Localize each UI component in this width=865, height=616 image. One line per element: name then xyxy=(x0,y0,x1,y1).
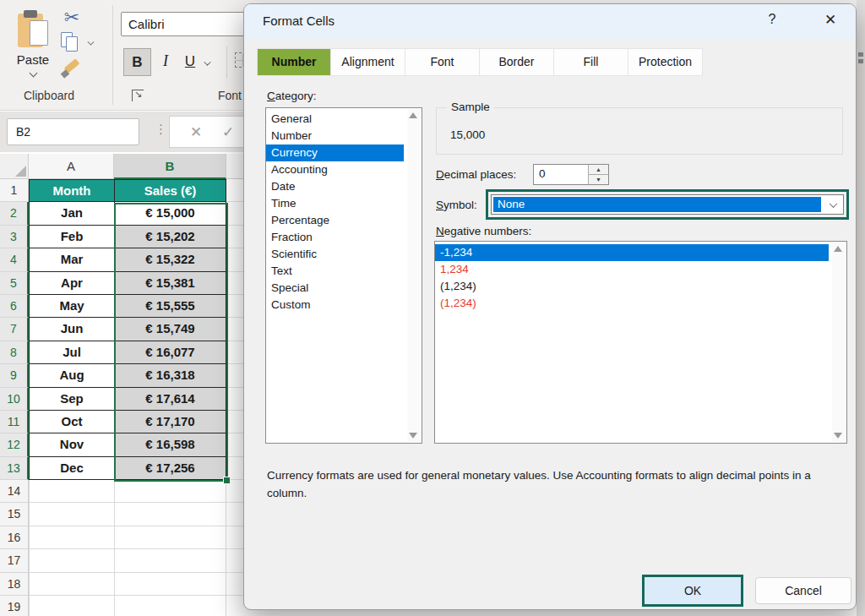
empty-cell[interactable] xyxy=(29,503,114,526)
row-header[interactable]: 5 xyxy=(0,272,29,295)
column-header-a[interactable]: A xyxy=(29,154,114,179)
negative-item-red[interactable]: 1,234 xyxy=(435,261,829,278)
cell-sales[interactable]: € 15,749 xyxy=(114,318,226,341)
tab-border[interactable]: Border xyxy=(480,48,554,76)
empty-cell[interactable] xyxy=(29,596,114,616)
cell-month[interactable]: Feb xyxy=(29,226,114,248)
row-header[interactable]: 13 xyxy=(0,457,29,480)
row-header[interactable]: 10 xyxy=(0,388,29,411)
select-all-corner[interactable] xyxy=(0,154,29,179)
tab-alignment[interactable]: Alignment xyxy=(331,48,405,76)
decimal-places-input[interactable]: 0 ▲▼ xyxy=(533,164,609,185)
cell-sales[interactable]: € 17,614 xyxy=(114,388,226,411)
row-header[interactable]: 18 xyxy=(0,573,29,596)
cancel-entry-icon[interactable]: ✕ xyxy=(190,123,202,141)
copy-button[interactable] xyxy=(61,32,81,52)
category-item-special[interactable]: Special xyxy=(266,280,404,297)
cell-a1-month-header[interactable]: Month xyxy=(29,179,114,202)
cell-sales[interactable]: € 15,322 xyxy=(114,248,226,271)
spinner-up-icon[interactable]: ▲ xyxy=(589,165,608,175)
cell-sales[interactable]: € 16,318 xyxy=(114,364,226,387)
tab-fill[interactable]: Fill xyxy=(554,48,628,76)
category-item-currency-selected[interactable]: Currency xyxy=(266,144,404,161)
underline-button[interactable]: U xyxy=(179,48,201,76)
empty-cell[interactable] xyxy=(114,573,226,596)
category-item-percentage[interactable]: Percentage xyxy=(266,212,404,229)
row-header[interactable]: 12 xyxy=(0,433,29,456)
category-item-custom[interactable]: Custom xyxy=(266,297,404,313)
symbol-combobox[interactable]: None xyxy=(491,194,844,215)
cell-month[interactable]: Nov xyxy=(29,433,114,456)
negative-scrollbar[interactable] xyxy=(832,243,846,442)
empty-cell[interactable] xyxy=(29,526,114,549)
paste-button[interactable]: Paste xyxy=(8,5,57,90)
empty-cell[interactable] xyxy=(114,526,226,549)
font-name-combobox[interactable]: Calibri xyxy=(121,12,248,36)
cell-month[interactable]: Jan xyxy=(29,202,114,225)
scroll-down-icon[interactable] xyxy=(834,433,842,439)
cell-month[interactable]: Oct xyxy=(29,411,114,433)
help-icon[interactable]: ? xyxy=(761,12,783,32)
dialog-title-bar[interactable]: Format Cells ? ✕ xyxy=(244,4,856,40)
cell-sales[interactable]: € 15,555 xyxy=(114,295,226,318)
category-item-fraction[interactable]: Fraction xyxy=(266,229,404,246)
cancel-button[interactable]: Cancel xyxy=(755,577,851,604)
row-header[interactable]: 3 xyxy=(0,226,29,248)
category-item-scientific[interactable]: Scientific xyxy=(266,246,404,263)
row-header[interactable]: 4 xyxy=(0,248,29,271)
cut-button[interactable]: ✂ xyxy=(57,7,86,29)
category-scrollbar[interactable] xyxy=(407,109,421,442)
scroll-up-icon[interactable] xyxy=(409,112,417,118)
cell-month[interactable]: May xyxy=(29,295,114,318)
row-header[interactable]: 15 xyxy=(0,503,29,526)
row-header[interactable]: 2 xyxy=(0,202,29,225)
empty-cell[interactable] xyxy=(114,503,226,526)
empty-cell[interactable] xyxy=(29,480,114,503)
category-item-time[interactable]: Time xyxy=(266,195,404,212)
name-box[interactable]: B2 xyxy=(7,118,139,145)
cell-b1-sales-header[interactable]: Sales (€) xyxy=(114,179,226,202)
cell-month[interactable]: Sep xyxy=(29,388,114,411)
cell-sales[interactable]: € 15,202 xyxy=(114,226,226,248)
row-header[interactable]: 6 xyxy=(0,295,29,318)
format-painter-button[interactable] xyxy=(63,61,81,79)
empty-cell[interactable] xyxy=(114,549,226,572)
column-header-b[interactable]: B xyxy=(114,154,226,179)
drag-handle-icon[interactable]: ⋮ xyxy=(155,122,167,137)
formula-input-area[interactable]: ✕ ✓ xyxy=(169,116,253,148)
spinner-down-icon[interactable]: ▼ xyxy=(589,175,608,184)
cell-month[interactable]: Aug xyxy=(29,364,114,387)
cell-month[interactable]: Apr xyxy=(29,272,114,295)
cell-month[interactable]: Jun xyxy=(29,318,114,341)
paste-dropdown-icon[interactable] xyxy=(29,69,37,78)
empty-cell[interactable] xyxy=(114,480,226,503)
row-header[interactable]: 14 xyxy=(0,480,29,503)
row-header[interactable]: 7 xyxy=(0,318,29,341)
symbol-dropdown-button[interactable] xyxy=(823,195,843,214)
row-header[interactable]: 11 xyxy=(0,411,29,433)
empty-cell[interactable] xyxy=(29,573,114,596)
empty-cell[interactable] xyxy=(114,596,226,616)
bold-button[interactable]: B xyxy=(123,48,151,76)
scroll-up-icon[interactable] xyxy=(834,246,842,252)
negative-item-parens[interactable]: (1,234) xyxy=(435,278,829,295)
cell-month[interactable]: Mar xyxy=(29,248,114,271)
underline-dropdown-icon[interactable] xyxy=(204,58,210,65)
category-item-date[interactable]: Date xyxy=(266,178,404,195)
row-header[interactable]: 1 xyxy=(0,179,29,202)
row-header[interactable]: 16 xyxy=(0,526,29,549)
tab-protection[interactable]: Protection xyxy=(628,48,703,76)
close-icon[interactable]: ✕ xyxy=(819,11,842,33)
copy-dropdown-icon[interactable] xyxy=(88,39,95,46)
cell-month[interactable]: Jul xyxy=(29,341,114,364)
cell-sales[interactable]: € 17,256 xyxy=(114,457,226,480)
category-item-number[interactable]: Number xyxy=(266,128,404,144)
scroll-down-icon[interactable] xyxy=(409,433,417,439)
clipboard-dialog-launcher-icon[interactable]: ↘ xyxy=(132,90,144,101)
negative-item-selected[interactable]: -1,234 xyxy=(435,244,829,261)
cell-sales[interactable]: € 16,598 xyxy=(114,433,226,456)
row-header[interactable]: 17 xyxy=(0,549,29,572)
ok-button[interactable]: OK xyxy=(642,575,743,607)
row-header[interactable]: 9 xyxy=(0,364,29,387)
row-header[interactable]: 19 xyxy=(0,596,29,616)
